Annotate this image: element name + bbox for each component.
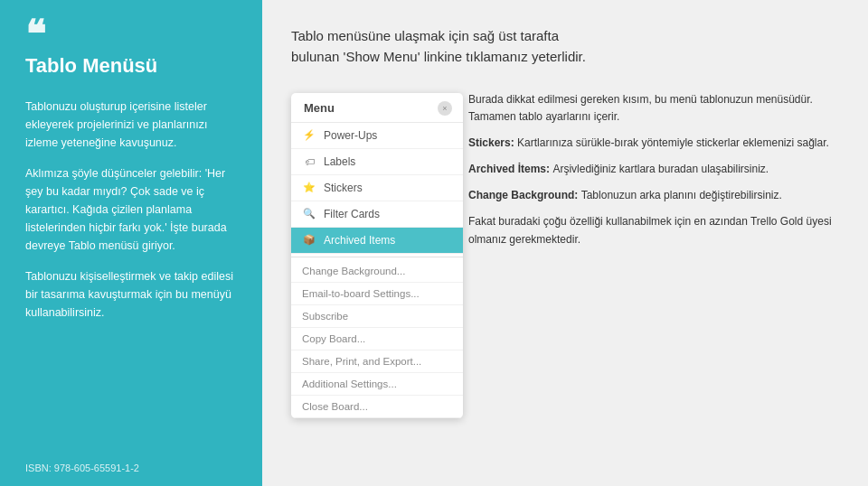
- top-description: Tablo menüsüne ulaşmak için sağ üst tara…: [262, 0, 868, 84]
- info-para-2-prefix: Archived İtems:: [468, 163, 552, 175]
- menu-item-stickers[interactable]: ⭐ Stickers: [291, 175, 463, 201]
- left-panel: ❝ Tablo Menüsü Tablonuzu oluşturup içeri…: [0, 0, 262, 486]
- filter-cards-label: Filter Cards: [324, 208, 380, 220]
- menu-item-archived-items[interactable]: 📦 Archived Items: [291, 228, 463, 254]
- info-para-3-prefix: Change Background:: [468, 189, 581, 201]
- info-para-1: Stickers: Kartlarınıza sürükle-bırak yön…: [468, 135, 846, 152]
- info-para-0: Burada dikkat edilmesi gereken kısım, bu…: [468, 91, 846, 126]
- menu-item-copy-board[interactable]: Copy Board...: [291, 328, 463, 350]
- archived-items-icon: 📦: [302, 233, 316, 248]
- additional-settings-label: Additional Settings...: [302, 379, 397, 389]
- menu-item-change-background[interactable]: Change Background...: [291, 260, 463, 283]
- bottom-split: Menu × ⚡ Power-Ups 🏷 Labels ⭐ Stickers: [262, 84, 868, 487]
- labels-icon: 🏷: [302, 154, 316, 169]
- right-area: Tablo menüsüne ulaşmak için sağ üst tara…: [262, 0, 868, 486]
- info-text: Burada dikkat edilmesi gereken kısım, bu…: [468, 91, 846, 257]
- menu-item-email-to-board[interactable]: Email-to-board Settings...: [291, 283, 463, 305]
- power-ups-icon: ⚡: [302, 128, 316, 143]
- menu-item-labels[interactable]: 🏷 Labels: [291, 149, 463, 175]
- stickers-icon: ⭐: [302, 181, 316, 195]
- stickers-label: Stickers: [324, 182, 363, 194]
- menu-box: Menu × ⚡ Power-Ups 🏷 Labels ⭐ Stickers: [291, 93, 463, 418]
- change-background-label: Change Background...: [302, 266, 405, 276]
- quote-mark-icon: ❝: [25, 16, 46, 54]
- power-ups-label: Power-Ups: [324, 129, 377, 142]
- info-para-0-text: Burada dikkat edilmesi gereken kısım, bu…: [468, 93, 813, 123]
- info-column: Burada dikkat edilmesi gereken kısım, bu…: [461, 84, 868, 487]
- info-para-3-text: Tablonuzun arka planını değiştirebilirsi…: [581, 189, 782, 201]
- info-para-4: Fakat buradaki çoğu özelliği kullanabilm…: [468, 213, 846, 248]
- isbn-text: ISBN: 978-605-65591-1-2: [25, 463, 139, 473]
- share-print-export-label: Share, Print, and Export...: [302, 356, 421, 367]
- menu-item-filter-cards[interactable]: 🔍 Filter Cards: [291, 201, 463, 228]
- archived-items-label: Archived Items: [324, 234, 395, 247]
- subscribe-label: Subscribe: [302, 311, 348, 322]
- info-para-4-text: Fakat buradaki çoğu özelliği kullanabilm…: [468, 215, 832, 245]
- info-para-2: Archived İtems: Arşivlediğiniz kartlara …: [468, 161, 846, 178]
- filter-cards-icon: 🔍: [302, 207, 316, 221]
- left-para-3: Tablonuzu kişiselleştirmek ve takip edil…: [25, 267, 237, 322]
- menu-item-share-print-export[interactable]: Share, Print, and Export...: [291, 350, 463, 373]
- menu-column: Menu × ⚡ Power-Ups 🏷 Labels ⭐ Stickers: [262, 84, 461, 487]
- menu-item-additional-settings[interactable]: Additional Settings...: [291, 373, 463, 396]
- info-para-1-prefix: Stickers:: [468, 136, 517, 149]
- left-panel-title: Tablo Menüsü: [25, 54, 237, 78]
- info-para-2-text: Arşivlediğiniz kartlara buradan ulaşabil…: [552, 163, 769, 175]
- left-para-1: Tablonuzu oluşturup içerisine listeler e…: [25, 98, 237, 152]
- email-to-board-label: Email-to-board Settings...: [302, 288, 420, 299]
- info-para-1-text: Kartlarınıza sürükle-bırak yöntemiyle st…: [517, 136, 829, 149]
- close-board-label: Close Board...: [302, 401, 368, 412]
- menu-item-close-board[interactable]: Close Board...: [291, 396, 463, 418]
- top-line2: bulunan 'Show Menu' linkine tıklamanız y…: [291, 49, 586, 64]
- menu-item-power-ups[interactable]: ⚡ Power-Ups: [291, 123, 463, 149]
- menu-close-button[interactable]: ×: [438, 101, 452, 116]
- left-para-2: Aklımıza şöyle düşünceler gelebilir: 'He…: [25, 164, 237, 255]
- menu-header: Menu ×: [291, 93, 463, 123]
- menu-item-subscribe[interactable]: Subscribe: [291, 305, 463, 328]
- info-para-3: Change Background: Tablonuzun arka planı…: [468, 187, 846, 204]
- menu-title: Menu: [304, 101, 335, 115]
- left-panel-body: Tablonuzu oluşturup içerisine listeler e…: [25, 98, 237, 334]
- labels-label: Labels: [324, 155, 355, 168]
- copy-board-label: Copy Board...: [302, 333, 365, 344]
- menu-divider-1: [291, 257, 463, 257]
- top-line1: Tablo menüsüne ulaşmak için sağ üst tara…: [291, 28, 559, 43]
